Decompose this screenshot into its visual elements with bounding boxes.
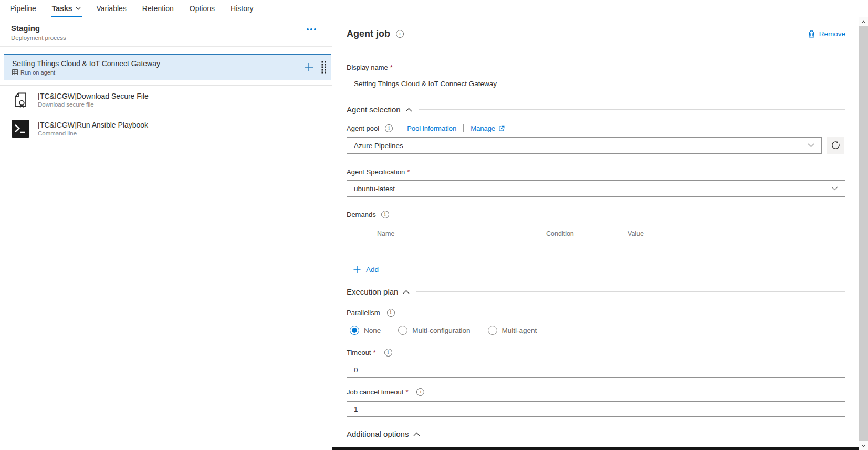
agent-specification-value: ubuntu-latest [354, 185, 395, 193]
agent-job-card-actions [303, 61, 327, 74]
section-additional-options[interactable]: Additional options [347, 430, 845, 438]
section-execution-plan[interactable]: Execution plan [347, 287, 845, 296]
chevron-up-icon [403, 290, 410, 294]
agent-pool-row: Agent pool Pool information Manage [347, 124, 845, 132]
tab-variables-label: Variables [97, 4, 127, 13]
stage-tasks-panel: Staging Deployment process Setting Thing… [0, 17, 332, 450]
release-pipeline-editor: Pipeline Tasks Variables Retention Optio… [0, 0, 868, 450]
main-layout: Staging Deployment process Setting Thing… [0, 17, 868, 450]
task-item-run-ansible-playbook[interactable]: [TC&ICGW]Run Ansible Playbook Command li… [0, 114, 332, 143]
add-demand-label: Add [366, 266, 379, 274]
panel-title: Agent job [347, 28, 390, 39]
chevron-up-icon [861, 20, 866, 24]
section-additional-options-title: Additional options [347, 430, 409, 438]
settings-form: Display name * Agent selection Agent poo… [347, 64, 845, 438]
drag-handle-icon[interactable] [321, 61, 327, 74]
task-subtitle: Download secure file [38, 101, 149, 108]
agent-job-card-subtitle: Run on agent [12, 69, 160, 76]
tab-options-label: Options [190, 4, 215, 13]
display-name-label-row: Display name * [347, 64, 845, 71]
demands-table-header: Name Condition Value [347, 230, 845, 243]
task-title: [TC&ICGW]Download Secure File [38, 92, 149, 100]
chevron-down-icon [808, 143, 814, 148]
chevron-down-icon [76, 7, 81, 10]
tab-variables[interactable]: Variables [96, 0, 128, 17]
required-asterisk: * [373, 349, 375, 357]
radio-circle [488, 326, 497, 335]
section-agent-selection[interactable]: Agent selection [347, 105, 845, 114]
timeout-label-row: Timeout * [347, 349, 845, 357]
refresh-agent-pool-button[interactable] [827, 137, 844, 154]
tab-options[interactable]: Options [189, 0, 216, 17]
task-item-text: [TC&ICGW]Download Secure File Download s… [38, 92, 149, 108]
agent-specification-select[interactable]: ubuntu-latest [347, 180, 845, 197]
radio-multi-configuration-label: Multi-configuration [412, 327, 470, 334]
radio-multi-configuration[interactable]: Multi-configuration [398, 326, 470, 335]
secure-file-icon [12, 91, 29, 109]
radio-none-label: None [364, 327, 381, 334]
stage-title: Staging [11, 24, 66, 33]
task-title: [TC&ICGW]Run Ansible Playbook [38, 121, 148, 129]
scroll-down-button[interactable] [859, 441, 868, 450]
panel-title-wrap: Agent job [347, 28, 404, 39]
tab-retention[interactable]: Retention [141, 0, 175, 17]
parallelism-label-row: Parallelism [347, 309, 845, 317]
parallelism-radio-group: None Multi-configuration Multi-agent [350, 326, 845, 335]
stage-subtitle: Deployment process [11, 35, 66, 41]
job-cancel-timeout-input[interactable] [347, 401, 845, 417]
column-header-value: Value [628, 230, 845, 237]
task-list: [TC&ICGW]Download Secure File Download s… [0, 85, 332, 143]
task-subtitle: Command line [38, 130, 148, 137]
add-demand-button[interactable]: Add [353, 265, 379, 274]
scroll-up-button[interactable] [859, 17, 868, 26]
radio-multi-agent[interactable]: Multi-agent [488, 326, 537, 335]
chevron-down-icon [861, 444, 866, 447]
info-icon[interactable] [416, 388, 424, 396]
vertical-scrollbar [859, 17, 868, 450]
parallelism-label: Parallelism [347, 309, 380, 317]
job-cancel-timeout-label: Job cancel timeout [347, 388, 403, 396]
remove-button[interactable]: Remove [808, 30, 845, 38]
demands-label: Demands [347, 211, 376, 218]
section-divider [427, 434, 845, 434]
task-item-text: [TC&ICGW]Run Ansible Playbook Command li… [38, 121, 148, 137]
display-name-input[interactable] [347, 76, 845, 91]
external-link-icon [498, 125, 505, 132]
tab-tasks[interactable]: Tasks [51, 0, 82, 17]
agent-specification-label-row: Agent Specification * [347, 168, 845, 176]
more-options-button[interactable] [307, 28, 316, 30]
info-icon[interactable] [384, 349, 392, 357]
radio-circle [350, 326, 359, 335]
tab-tasks-label: Tasks [52, 4, 72, 13]
timeout-input[interactable] [347, 362, 845, 378]
info-icon[interactable] [385, 124, 393, 132]
info-icon[interactable] [381, 211, 389, 218]
agent-pool-select[interactable]: Azure Pipelines [347, 137, 822, 154]
divider [400, 124, 400, 132]
refresh-icon [830, 140, 841, 151]
radio-multi-agent-label: Multi-agent [502, 327, 537, 334]
tab-retention-label: Retention [142, 4, 174, 13]
agent-pool-label: Agent pool [347, 124, 379, 132]
task-item-download-secure-file[interactable]: [TC&ICGW]Download Secure File Download s… [0, 86, 332, 114]
radio-none[interactable]: None [350, 326, 381, 335]
manage-link-label: Manage [470, 124, 495, 132]
tab-pipeline-label: Pipeline [10, 4, 36, 13]
tab-history[interactable]: History [229, 0, 255, 17]
tab-pipeline[interactable]: Pipeline [9, 0, 37, 17]
column-header-name: Name [377, 230, 546, 237]
pool-information-link[interactable]: Pool information [407, 124, 456, 132]
scrollbar-thumb[interactable] [859, 26, 868, 441]
grid-icon [12, 69, 18, 75]
section-divider [416, 291, 845, 292]
agent-job-settings-panel: Agent job Remove Display name * Agent se [332, 17, 868, 450]
add-task-button[interactable] [303, 61, 315, 73]
required-asterisk: * [405, 388, 408, 396]
chevron-up-icon [413, 432, 420, 436]
info-icon[interactable] [396, 30, 404, 38]
agent-job-card[interactable]: Setting Things Cloud & IoT Connect Gatew… [4, 54, 331, 80]
tab-history-label: History [231, 4, 254, 13]
manage-link[interactable]: Manage [470, 124, 505, 132]
trash-icon [808, 30, 815, 38]
info-icon[interactable] [387, 309, 395, 317]
